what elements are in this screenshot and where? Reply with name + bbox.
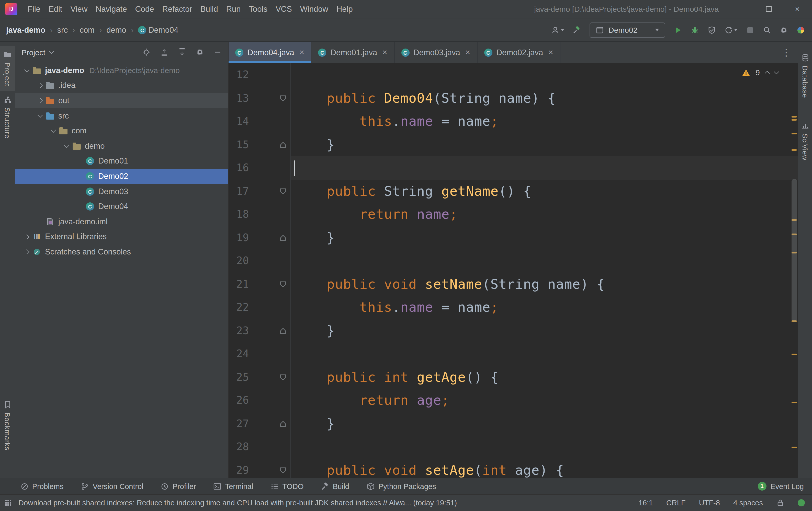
toolwindow-tab-structure[interactable]: Structure [3, 91, 11, 143]
tree-item-demo02[interactable]: CDemo02 [15, 169, 228, 184]
code-line-28[interactable]: 28 [229, 435, 798, 459]
tree-caret[interactable] [47, 130, 59, 132]
line-number[interactable]: 23 [229, 319, 250, 342]
debug-button[interactable] [691, 26, 699, 34]
warning-stripe-mark[interactable] [791, 149, 797, 151]
menu-vcs[interactable]: VCS [271, 4, 296, 13]
tree-caret[interactable] [34, 84, 46, 87]
line-number[interactable]: 12 [229, 63, 250, 87]
tab-demo04-java[interactable]: CDemo04.java× [229, 42, 312, 63]
tab-demo01-java[interactable]: CDemo01.java× [312, 42, 395, 63]
line-number[interactable]: 20 [229, 249, 250, 273]
event-log-button[interactable]: 1Event Log [758, 482, 804, 490]
tree-item-demo[interactable]: demo [15, 139, 228, 154]
stop-button[interactable] [746, 26, 754, 34]
breadcrumb-item-com[interactable]: com [80, 25, 95, 34]
inspection-widget[interactable]: 9 [742, 68, 778, 77]
line-number[interactable]: 24 [229, 342, 250, 366]
tree-caret[interactable] [21, 69, 33, 71]
line-number[interactable]: 21 [229, 273, 250, 296]
code-line-29[interactable]: 29 public void setAge(int age) { [229, 459, 798, 478]
menu-tools[interactable]: Tools [245, 4, 271, 13]
fold-marker[interactable] [250, 366, 291, 389]
menu-code[interactable]: Code [131, 4, 158, 13]
line-number[interactable]: 15 [229, 133, 250, 156]
code-line-16[interactable]: 16 [229, 156, 798, 180]
tree-item-java-demo-iml[interactable]: java-demo.iml [15, 214, 228, 229]
line-number[interactable]: 19 [229, 226, 250, 249]
previous-warning-icon[interactable] [765, 70, 770, 76]
toolwindow-quick-access-icon[interactable] [4, 499, 12, 507]
coverage-button[interactable] [708, 26, 716, 34]
locate-button[interactable] [142, 48, 150, 56]
tree-item-demo04[interactable]: CDemo04 [15, 199, 228, 214]
code-line-27[interactable]: 27 } [229, 412, 798, 435]
toolwindow-button-terminal[interactable]: Terminal [213, 482, 253, 490]
menu-file[interactable]: File [24, 4, 45, 13]
project-panel-title[interactable]: Project [22, 48, 45, 57]
code-line-20[interactable]: 20 [229, 249, 798, 273]
tree-caret[interactable] [21, 235, 33, 239]
toolwindow-button-todo[interactable]: TODO [270, 482, 303, 490]
menu-view[interactable]: View [66, 4, 91, 13]
warning-stripe-mark[interactable] [791, 119, 797, 121]
warning-stripe-mark[interactable] [791, 116, 797, 118]
toolwindow-button-version-control[interactable]: Version Control [81, 482, 143, 490]
code-line-26[interactable]: 26 return age; [229, 389, 798, 412]
tree-caret[interactable] [60, 145, 72, 147]
build-hammer-icon[interactable] [573, 26, 581, 34]
line-number[interactable]: 16 [229, 156, 250, 180]
indent-setting[interactable]: 4 spaces [733, 499, 763, 507]
code-line-17[interactable]: 17 public String getName() { [229, 180, 798, 203]
minimize-button[interactable] [736, 7, 742, 11]
run-configuration-select[interactable]: Demo02 [589, 22, 665, 37]
breadcrumb-item-demo[interactable]: demo [106, 25, 126, 34]
toolwindow-button-python-packages[interactable]: Python Packages [367, 482, 436, 490]
toolwindow-button-problems[interactable]: Problems [21, 482, 64, 490]
editor-scrollbar-thumb[interactable] [791, 179, 797, 322]
fold-marker[interactable] [250, 226, 291, 249]
line-number[interactable]: 17 [229, 180, 250, 203]
user-button[interactable] [551, 26, 564, 34]
fold-marker[interactable] [250, 180, 291, 203]
expand-all-button[interactable] [178, 48, 186, 56]
warning-stripe-mark[interactable] [791, 402, 797, 403]
code-line-22[interactable]: 22 this.name = name; [229, 296, 798, 319]
fold-marker[interactable] [250, 459, 291, 478]
menu-refactor[interactable]: Refactor [158, 4, 196, 13]
toolwindow-button-profiler[interactable]: Profiler [161, 482, 196, 490]
tree-item-out[interactable]: out [15, 93, 228, 108]
fold-marker[interactable] [250, 273, 291, 296]
line-number[interactable]: 25 [229, 366, 250, 389]
code-line-14[interactable]: 14 this.name = name; [229, 110, 798, 133]
close-icon[interactable]: × [548, 48, 553, 57]
tree-item-src[interactable]: src [15, 108, 228, 123]
hide-panel-button[interactable] [214, 48, 222, 56]
tree-item-java-demo[interactable]: java-demoD:\IdeaProjects\java-demo [15, 63, 228, 78]
code-line-13[interactable]: 13 public Demo04(String name) { [229, 87, 798, 110]
tab-demo03-java[interactable]: CDemo03.java× [395, 42, 477, 63]
code-line-24[interactable]: 24 [229, 342, 798, 366]
toolwindow-tab-database[interactable]: Database [801, 49, 809, 103]
line-separator[interactable]: CRLF [666, 499, 686, 507]
collapse-all-button[interactable] [160, 48, 168, 56]
colorful-sphere-icon[interactable] [797, 26, 805, 34]
menu-build[interactable]: Build [196, 4, 222, 13]
line-number[interactable]: 26 [229, 389, 250, 412]
tree-item-demo01[interactable]: CDemo01 [15, 154, 228, 169]
tab-demo02-java[interactable]: CDemo02.java× [477, 42, 561, 63]
fold-marker[interactable] [250, 133, 291, 156]
tree-caret[interactable] [34, 115, 46, 117]
file-encoding[interactable]: UTF-8 [699, 499, 720, 507]
panel-settings-button[interactable] [196, 48, 204, 56]
close-button[interactable]: × [795, 5, 800, 13]
lock-icon[interactable] [776, 499, 784, 507]
code-line-19[interactable]: 19 } [229, 226, 798, 249]
menu-run[interactable]: Run [222, 4, 245, 13]
line-number[interactable]: 14 [229, 110, 250, 133]
next-warning-icon[interactable] [774, 69, 779, 74]
status-message[interactable]: Download pre-built shared indexes: Reduc… [19, 499, 633, 507]
breadcrumb-item-java-demo[interactable]: java-demo [6, 25, 45, 34]
code-line-23[interactable]: 23 } [229, 319, 798, 342]
toolwindow-tab-project[interactable]: Project [0, 46, 15, 91]
